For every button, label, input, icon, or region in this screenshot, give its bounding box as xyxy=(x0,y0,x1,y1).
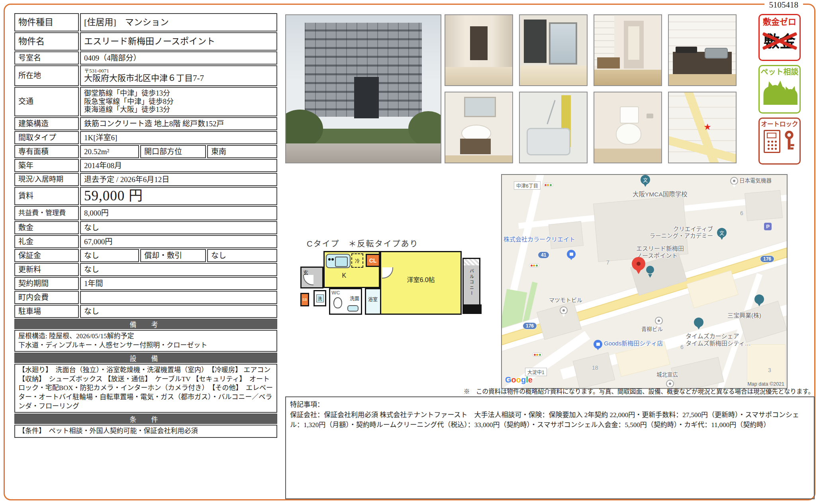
row-label: 賃料 xyxy=(14,187,79,205)
label-fridge: 冷 xyxy=(355,257,360,264)
place-pin-icon xyxy=(694,318,703,327)
row-label: 号室名 xyxy=(14,51,79,65)
balcony-wall xyxy=(462,304,482,314)
sink xyxy=(705,48,728,59)
address-text: 大阪府大阪市北区中津６丁目7-7 xyxy=(84,73,204,83)
map-place-color-create: 株式会社カラークリエイト xyxy=(504,236,575,243)
wood-floor xyxy=(594,70,661,85)
intercom-icon xyxy=(764,130,780,153)
row-value: なし xyxy=(80,221,277,234)
photo-bathroom xyxy=(519,92,588,163)
traffic-light-icon xyxy=(532,353,543,357)
row-value: 1年間 xyxy=(80,277,277,290)
table-row: 共益費・管理費 8,000円 xyxy=(14,206,277,220)
table-row: 契約期間 1年間 xyxy=(14,277,277,290)
balcony-hatch xyxy=(464,259,479,265)
place-pin-icon xyxy=(655,317,663,325)
store-pin-icon xyxy=(594,340,602,349)
place-pin-icon xyxy=(754,294,764,304)
pets-silhouette-icon xyxy=(761,76,798,106)
row-value: 0409（4階部分） xyxy=(80,51,277,65)
row-value: 退去予定 / 2026年6月12日 xyxy=(80,173,277,186)
photo-toilet xyxy=(594,92,662,163)
map-block-number: 7 xyxy=(606,259,609,266)
building-entrance xyxy=(354,77,379,118)
row-label: 所在地 xyxy=(14,65,79,86)
row-value: [住居用] マンション xyxy=(80,13,277,31)
disclaimer-note: ※ この資料は物件の概略紹介資料になります。写真、間取図面、設備、概要などが現況… xyxy=(287,386,814,395)
route-176-badge: 176 xyxy=(760,255,774,263)
photo-kitchen xyxy=(668,14,737,86)
room-closet: CL xyxy=(366,254,380,267)
photo-building-exterior xyxy=(285,14,441,163)
row-label: 物件種目 xyxy=(14,13,79,31)
label-basin: 洗面 xyxy=(350,295,359,302)
corridor-floor xyxy=(445,67,512,85)
photo-bedroom xyxy=(519,14,588,86)
row-value: 鉄筋コンクリート造 地上8階 総戸数152戸 xyxy=(80,117,277,130)
floorplan-title: Cタイプ ＊反転タイプあり xyxy=(307,237,418,249)
remarks-body: 屋根構造: 陸屋根、2026/05/15解約予定 下水道・ディンプルキー・人感セ… xyxy=(14,330,277,352)
row-label: 間取タイプ xyxy=(14,131,79,144)
label-balcony: バルコニー xyxy=(468,269,475,296)
equipment-body: 【水廻り】 洗面台（独立）・浴室乾燥機・洗濯機置場（室内） 【冷暖房】 エアコン… xyxy=(14,364,277,413)
map-building xyxy=(747,344,786,383)
table-row: 駐車場 なし xyxy=(14,305,277,318)
row-label: 契約期間 xyxy=(14,277,79,290)
map-building xyxy=(537,302,582,340)
badge-no-deposit-title: 敷金ゼロ xyxy=(760,17,799,26)
label-washer: 洗 xyxy=(316,294,324,302)
autolock-icon xyxy=(760,130,799,153)
bathtub xyxy=(527,128,570,155)
map-area-label: 中津6丁目 xyxy=(514,181,541,190)
row-value: 8,000円 xyxy=(80,206,277,220)
special-notes-box: 特記事項： 保証会社：保証会社利用必須 株式会社テナントファースト 大手法人相談… xyxy=(285,396,815,499)
shower-hose xyxy=(547,100,556,124)
paper-holder xyxy=(647,114,653,118)
table-row: 物件名 エスリード新梅田ノースポイント xyxy=(14,32,277,51)
google-map[interactable]: 中津6丁目 文 大阪YMCA国際学校 日本電気機器 6 P 株式会社カラークリエ… xyxy=(501,174,788,389)
corridor-door xyxy=(470,26,488,60)
conditions-header: 条 件 xyxy=(14,414,277,424)
kitchen-sink-icon xyxy=(326,254,351,268)
property-flyer: 5105418 物件種目 [住居用] マンション 物件名 エスリード新梅田ノース… xyxy=(0,0,819,504)
row-value: 67,000円 xyxy=(80,235,277,248)
row-label: 物件名 xyxy=(14,32,79,51)
parking-badge-icon: P xyxy=(764,223,772,230)
table-row: 専有面積 20.52m² 開口部方位 東南 xyxy=(14,145,277,158)
row-label: 共益費・管理費 xyxy=(14,206,79,220)
row-label: 礼金 xyxy=(14,235,79,248)
washroom-floor xyxy=(445,155,512,163)
property-name: エスリード新梅田ノースポイント xyxy=(80,32,277,51)
place-pin-icon xyxy=(730,177,738,185)
badge-autolock: オートロック xyxy=(758,118,801,165)
map-place-matsumoto: マツモトビル xyxy=(549,297,582,304)
sink-bowl xyxy=(335,257,348,267)
room-main: 洋室6.0帖 xyxy=(380,251,462,315)
school-glyph: 文 xyxy=(719,229,724,236)
row-label: 町内会費 xyxy=(14,291,79,304)
badge-pets-title: ペット相談 xyxy=(760,68,799,76)
mirror xyxy=(464,97,496,118)
table-row: 更新料 なし xyxy=(14,263,277,276)
key-icon xyxy=(782,130,796,152)
hallway-light xyxy=(628,26,639,60)
map-building xyxy=(745,190,783,221)
table-row: 礼金 67,000円 xyxy=(14,235,277,248)
school-pin-icon: 文 xyxy=(717,228,727,237)
map-place-johoku: 城北宣広 xyxy=(656,372,678,378)
row-label: 交通 xyxy=(14,87,79,116)
door-arc xyxy=(382,267,393,278)
map-place-aoyagi: 青柳ビル xyxy=(641,326,663,333)
row-label: 築年 xyxy=(14,159,79,172)
row-value: 1K[洋室6] xyxy=(80,131,277,144)
basin-cabinet xyxy=(460,139,491,154)
row-value: なし xyxy=(80,263,277,276)
property-table: 物件種目 [住居用] マンション 物件名 エスリード新梅田ノースポイント 号室名… xyxy=(14,13,277,439)
row-label: 開口部方位 xyxy=(140,145,206,158)
label-wc: WC xyxy=(331,290,340,296)
table-row: 築年 2014年08月 xyxy=(14,159,277,172)
route-176-badge: 176 xyxy=(523,322,537,329)
kitchen-counter xyxy=(597,57,620,69)
burner-dot xyxy=(331,258,334,261)
